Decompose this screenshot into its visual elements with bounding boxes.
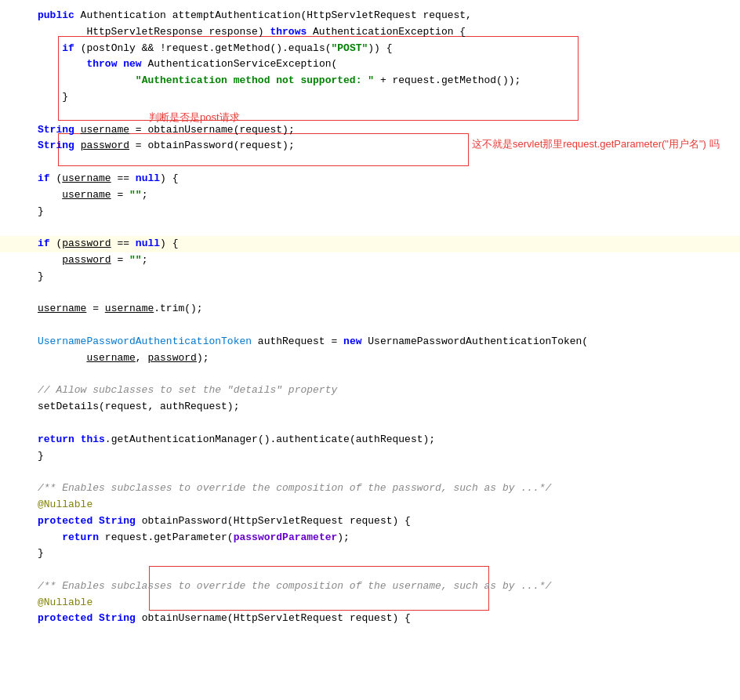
code-line: protected String obtainPassword(HttpServ… bbox=[0, 513, 740, 530]
line-content: protected String obtainPassword(HttpServ… bbox=[31, 513, 740, 530]
code-container: 判断是否是post请求 这不就是servlet那里request.getPara… bbox=[0, 0, 740, 635]
line-content: // Allow subclasses to set the "details"… bbox=[31, 383, 740, 399]
line-content: } bbox=[31, 448, 740, 465]
line-content bbox=[31, 154, 740, 171]
code-line bbox=[0, 219, 740, 236]
line-content: } bbox=[31, 204, 740, 220]
code-line: username = ""; bbox=[0, 187, 740, 204]
line-content: @Nullable bbox=[31, 497, 740, 513]
line-content: UsernamePasswordAuthenticationToken auth… bbox=[31, 334, 740, 350]
line-content: } bbox=[31, 546, 740, 562]
line-content: } bbox=[31, 89, 740, 106]
code-line: } bbox=[0, 204, 740, 220]
code-line: } bbox=[0, 269, 740, 285]
line-content: return this.getAuthenticationManager().a… bbox=[31, 432, 740, 448]
code-line: UsernamePasswordAuthenticationToken auth… bbox=[0, 334, 740, 350]
code-line: username = username.trim(); bbox=[0, 301, 740, 317]
code-line bbox=[0, 317, 740, 334]
code-line: // Allow subclasses to set the "details"… bbox=[0, 383, 740, 399]
line-content: public Authentication attemptAuthenticat… bbox=[31, 8, 740, 24]
code-line: password = ""; bbox=[0, 252, 740, 269]
line-content: throw new AuthenticationServiceException… bbox=[31, 56, 740, 73]
code-line bbox=[0, 106, 740, 122]
line-content: /** Enables subclasses to override the c… bbox=[31, 481, 740, 497]
code-line: String username = obtainUsername(request… bbox=[0, 122, 740, 139]
code-line: if (postOnly && !request.getMethod().equ… bbox=[0, 41, 740, 57]
code-line: /** Enables subclasses to override the c… bbox=[0, 578, 740, 595]
line-content: } bbox=[31, 269, 740, 285]
line-content bbox=[31, 317, 740, 334]
code-line: @Nullable bbox=[0, 497, 740, 513]
line-content: if (postOnly && !request.getMethod().equ… bbox=[31, 41, 740, 57]
code-line: @Nullable bbox=[0, 595, 740, 611]
code-line-highlighted: if (password == null) { bbox=[0, 236, 740, 252]
line-content bbox=[31, 367, 740, 383]
code-line bbox=[0, 154, 740, 171]
code-line bbox=[0, 464, 740, 481]
code-line: return this.getAuthenticationManager().a… bbox=[0, 432, 740, 448]
line-content: /** Enables subclasses to override the c… bbox=[31, 578, 740, 595]
code-line: public Authentication attemptAuthenticat… bbox=[0, 8, 740, 24]
line-content: HttpServletResponse response) throws Aut… bbox=[31, 24, 740, 41]
code-line bbox=[0, 415, 740, 432]
line-content: if (username == null) { bbox=[31, 171, 740, 187]
line-content bbox=[31, 415, 740, 432]
line-content: username = username.trim(); bbox=[31, 301, 740, 317]
code-line: } bbox=[0, 448, 740, 465]
line-content: username = ""; bbox=[31, 187, 740, 204]
code-line: protected String obtainUsername(HttpServ… bbox=[0, 611, 740, 627]
code-line: if (username == null) { bbox=[0, 171, 740, 187]
code-line bbox=[0, 367, 740, 383]
line-content: if (password == null) { bbox=[31, 236, 740, 252]
line-content: password = ""; bbox=[31, 252, 740, 269]
code-line: String password = obtainPassword(request… bbox=[0, 138, 740, 154]
code-line: HttpServletResponse response) throws Aut… bbox=[0, 24, 740, 41]
line-content bbox=[31, 106, 740, 122]
line-content: protected String obtainUsername(HttpServ… bbox=[31, 611, 740, 627]
line-content: username, password); bbox=[31, 350, 740, 367]
code-line: /** Enables subclasses to override the c… bbox=[0, 481, 740, 497]
code-line: throw new AuthenticationServiceException… bbox=[0, 56, 740, 73]
code-line: username, password); bbox=[0, 350, 740, 367]
line-content: setDetails(request, authRequest); bbox=[31, 399, 740, 415]
code-line: } bbox=[0, 546, 740, 562]
line-content: "Authentication method not supported: " … bbox=[31, 73, 740, 89]
code-line bbox=[0, 562, 740, 578]
line-content bbox=[31, 285, 740, 302]
code-line: setDetails(request, authRequest); bbox=[0, 399, 740, 415]
line-content: String password = obtainPassword(request… bbox=[31, 138, 740, 154]
line-content bbox=[31, 219, 740, 236]
line-content: @Nullable bbox=[31, 595, 740, 611]
line-content bbox=[31, 562, 740, 578]
code-line: "Authentication method not supported: " … bbox=[0, 73, 740, 89]
code-line bbox=[0, 285, 740, 302]
line-content: String username = obtainUsername(request… bbox=[31, 122, 740, 139]
code-line: } bbox=[0, 89, 740, 106]
line-content bbox=[31, 464, 740, 481]
line-content: return request.getParameter(passwordPara… bbox=[31, 530, 740, 546]
code-line: return request.getParameter(passwordPara… bbox=[0, 530, 740, 546]
